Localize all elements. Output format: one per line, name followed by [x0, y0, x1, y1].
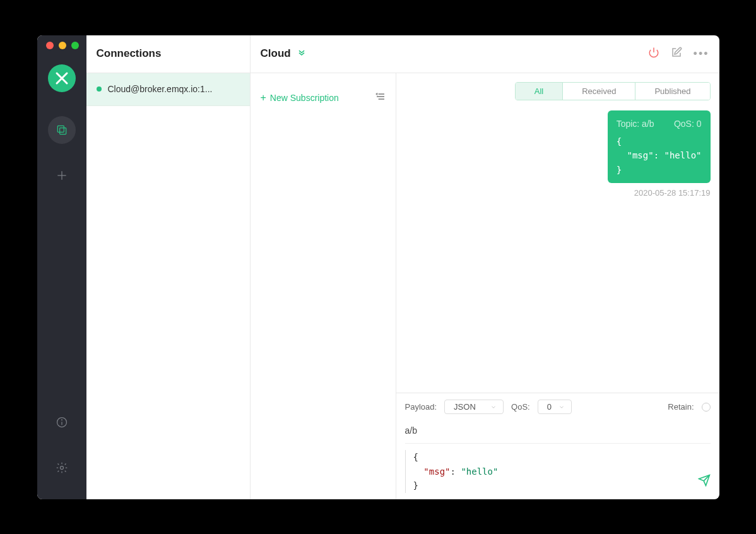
connection-item[interactable]: Cloud@broker.emqx.io:1... [86, 73, 250, 106]
gear-icon [56, 461, 68, 474]
filter-tab-received[interactable]: Received [562, 83, 635, 100]
header-actions: ••• [648, 47, 709, 61]
chevron-down-icon [490, 404, 497, 410]
filter-tab-all[interactable]: All [516, 83, 562, 100]
message-topic: Topic: a/b [617, 117, 654, 131]
connection-title-text: Cloud [261, 47, 291, 60]
retain-toggle[interactable] [702, 403, 711, 412]
svg-rect-1 [59, 128, 66, 134]
publisher-panel: Payload: JSON QoS: 0 Retain: [396, 393, 719, 499]
connection-title[interactable]: Cloud [261, 47, 306, 60]
window-minimize-button[interactable] [59, 42, 66, 49]
message-bubble: Topic: a/b QoS: 0 { "msg": "hello" } [608, 110, 711, 184]
publish-payload-editor[interactable]: { "msg": "hello" } [405, 450, 711, 492]
message-filter-toolbar: All Received Published [396, 73, 719, 104]
main-panel: Cloud ••• + Ne [251, 35, 719, 499]
publish-editor-wrap: { "msg": "hello" } [405, 443, 711, 492]
collapse-icon [375, 92, 386, 102]
filter-tab-published[interactable]: Published [635, 83, 709, 100]
send-button[interactable] [698, 474, 711, 489]
filter-tabs: All Received Published [515, 82, 711, 100]
copy-icon [56, 124, 68, 136]
publish-topic-input[interactable]: a/b [405, 425, 711, 436]
message-meta: Topic: a/b QoS: 0 [617, 117, 702, 131]
payload-type-select[interactable]: JSON [444, 400, 504, 414]
nav-connections[interactable] [48, 116, 76, 144]
send-icon [698, 474, 711, 487]
app-window: Connections Cloud@broker.emqx.io:1... Cl… [37, 35, 719, 499]
app-logo [48, 64, 76, 92]
qos-value: 0 [547, 402, 552, 412]
connections-panel: Connections Cloud@broker.emqx.io:1... [86, 35, 251, 499]
info-icon [56, 416, 68, 429]
publisher-controls: Payload: JSON QoS: 0 Retain: [405, 400, 711, 414]
connection-name: Cloud@broker.emqx.io:1... [108, 84, 213, 94]
nav-rail [37, 35, 86, 499]
window-close-button[interactable] [46, 42, 54, 49]
disconnect-button[interactable] [648, 47, 659, 61]
message-payload: { "msg": "hello" } [617, 134, 702, 177]
payload-label: Payload: [405, 402, 437, 412]
new-subscription-button[interactable]: + New Subscription [261, 92, 339, 104]
svg-point-6 [61, 419, 62, 420]
svg-point-7 [60, 466, 63, 469]
messages-panel: All Received Published Topic: a/b QoS: 0… [396, 73, 719, 499]
nav-info[interactable] [48, 408, 76, 436]
connections-header: Connections [86, 35, 250, 73]
collapse-panel-button[interactable] [375, 92, 386, 104]
window-controls [46, 42, 79, 49]
new-subscription-label: New Subscription [270, 93, 339, 103]
qos-label: QoS: [511, 402, 530, 412]
message-timestamp: 2020-05-28 15:17:19 [634, 188, 711, 198]
subscription-header: + New Subscription [251, 73, 396, 122]
subscription-panel: + New Subscription [251, 73, 396, 499]
logo-icon [54, 71, 69, 86]
qos-select[interactable]: 0 [538, 400, 572, 414]
main-header: Cloud ••• [251, 35, 719, 73]
message-qos: QoS: 0 [674, 117, 702, 131]
nav-new[interactable] [48, 162, 76, 189]
window-maximize-button[interactable] [71, 42, 79, 49]
chevron-down-icon [297, 48, 306, 59]
plus-icon: + [261, 92, 266, 104]
chevron-down-icon [558, 404, 565, 410]
edit-button[interactable] [671, 47, 682, 61]
svg-rect-0 [57, 126, 64, 132]
status-dot-icon [97, 86, 102, 92]
connection-list: Cloud@broker.emqx.io:1... [86, 73, 250, 106]
plus-icon [56, 169, 68, 182]
more-button[interactable]: ••• [694, 47, 709, 61]
payload-type-value: JSON [454, 402, 476, 412]
nav-settings[interactable] [48, 454, 76, 482]
main-body: + New Subscription All [251, 73, 719, 499]
retain-label: Retain: [668, 402, 694, 412]
message-list: Topic: a/b QoS: 0 { "msg": "hello" } 202… [396, 104, 719, 393]
